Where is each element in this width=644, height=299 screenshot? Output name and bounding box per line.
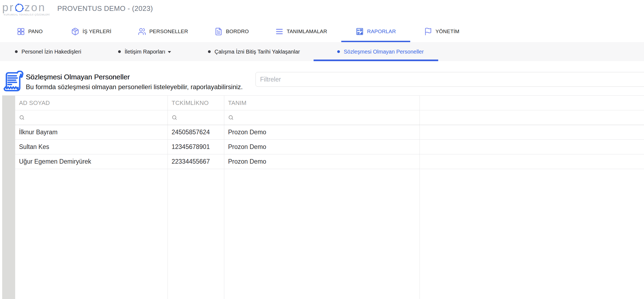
subnav-tab[interactable]: İletişim Raporları: [118, 42, 171, 61]
nav-label: PERSONELLER: [149, 29, 188, 35]
cell-ad-soyad: İlknur Bayram: [15, 125, 168, 140]
logo-text-pre: pr: [2, 2, 14, 13]
nav-label: İŞ YERLERİ: [83, 29, 111, 35]
bullet-icon: [208, 50, 211, 53]
filters-input[interactable]: [255, 72, 644, 87]
subnav-label: İletişim Raporları: [125, 49, 165, 55]
cell-empty: [420, 154, 644, 169]
filter-cell[interactable]: [15, 110, 168, 125]
nav-tab[interactable]: İŞ YERLERİ: [57, 23, 126, 42]
nav-tab[interactable]: TANIMLAMALAR: [261, 23, 342, 42]
subnav-label: Sözleşmesi Olmayan Personeller: [344, 49, 424, 55]
nav-label: YÖNETİM: [435, 29, 459, 35]
logo-tagline: KURUMSAL TEKNOLOJİ ÇÖZÜMLERİ: [4, 14, 50, 16]
table-row[interactable]: Uğur Egemen Demiryürek 22334455667 Prozo…: [15, 154, 644, 169]
grid-left-strip: [2, 95, 15, 299]
personnel-table: AD SOYAD TCKİMLİKNO TANIM İlknur Bayram …: [15, 95, 644, 299]
main-nav: PANO İŞ YERLERİ PERSONELLER BORDRO TANIM…: [0, 23, 644, 42]
page-title: Sözleşmesi Olmayan Personeller: [26, 73, 130, 81]
nav-label: TANIMLAMALAR: [287, 29, 327, 35]
nav-label: PANO: [28, 29, 43, 35]
nav-icon: [17, 27, 25, 36]
search-icon: [19, 115, 25, 120]
cell-ad-soyad: Uğur Egemen Demiryürek: [15, 154, 168, 169]
table-row[interactable]: Sultan Kes 12345678901 Prozon Demo: [15, 140, 644, 154]
cell-empty: [420, 125, 644, 140]
receipt-icon: [3, 71, 24, 92]
nav-label: BORDRO: [226, 29, 249, 35]
nav-tab[interactable]: PANO: [2, 23, 57, 42]
nav-label: RAPORLAR: [367, 29, 396, 35]
bullet-icon: [118, 50, 121, 53]
bullet-icon: [337, 50, 340, 53]
search-icon: [172, 115, 177, 120]
cell-tckimlikno: 12345678901: [168, 140, 224, 154]
nav-icon: [275, 27, 283, 36]
cell-ad-soyad: Sultan Kes: [15, 140, 168, 154]
bullet-icon: [15, 50, 18, 53]
nav-icon: [424, 27, 432, 36]
filter-cell-empty: [420, 110, 644, 125]
column-header[interactable]: AD SOYAD: [15, 96, 168, 110]
filter-cell[interactable]: [224, 110, 420, 125]
nav-tab[interactable]: YÖNETİM: [410, 23, 474, 42]
brand-logo: pr zon KURUMSAL TEKNOLOJİ ÇÖZÜMLERİ: [2, 2, 50, 16]
logo-orbit-icon: [15, 3, 24, 13]
nav-tab[interactable]: BORDRO: [200, 23, 263, 42]
chevron-down-icon: [168, 51, 171, 53]
nav-icon: [71, 27, 79, 36]
subnav-label: Çalışma İzni Bitiş Tarihi Yaklaşanlar: [214, 49, 300, 55]
table-header-row: AD SOYAD TCKİMLİKNO TANIM: [15, 96, 644, 110]
search-icon: [228, 115, 234, 120]
subnav-label: Personel İzin Hakedişleri: [21, 49, 81, 55]
cell-empty: [420, 140, 644, 154]
cell-tanim: Prozon Demo: [224, 140, 420, 154]
nav-icon: [214, 27, 223, 36]
cell-tanim: Prozon Demo: [224, 125, 420, 140]
logo-text-post: zon: [24, 2, 46, 13]
cell-tanim: Prozon Demo: [224, 154, 420, 169]
nav-icon: [356, 27, 364, 36]
table-filter-row: [15, 110, 644, 125]
page-subtitle: Bu formda sözleşmesi olmayan personeller…: [26, 83, 243, 91]
column-header[interactable]: TCKİMLİKNO: [168, 96, 224, 110]
cell-tckimlikno: 22334455667: [168, 154, 224, 169]
filter-cell[interactable]: [168, 110, 224, 125]
column-header[interactable]: TANIM: [224, 96, 420, 110]
nav-icon: [138, 27, 146, 36]
subnav-active-underline: [314, 60, 438, 61]
subnav-tab[interactable]: Çalışma İzni Bitiş Tarihi Yaklaşanlar: [208, 42, 300, 61]
table-row[interactable]: İlknur Bayram 24505857624 Prozon Demo: [15, 125, 644, 140]
nav-tab[interactable]: RAPORLAR: [341, 23, 410, 42]
cell-tckimlikno: 24505857624: [168, 125, 224, 140]
subnav-tab[interactable]: Personel İzin Hakedişleri: [15, 42, 81, 61]
app-title: PROVENTUS DEMO - (2023): [57, 4, 153, 13]
subnav-tab[interactable]: Sözleşmesi Olmayan Personeller: [337, 42, 424, 61]
table-filler-row: [15, 169, 644, 299]
column-header-empty: [420, 96, 644, 110]
report-subnav: Personel İzin Hakedişleri İletişim Rapor…: [0, 42, 644, 61]
nav-tab[interactable]: PERSONELLER: [124, 23, 203, 42]
